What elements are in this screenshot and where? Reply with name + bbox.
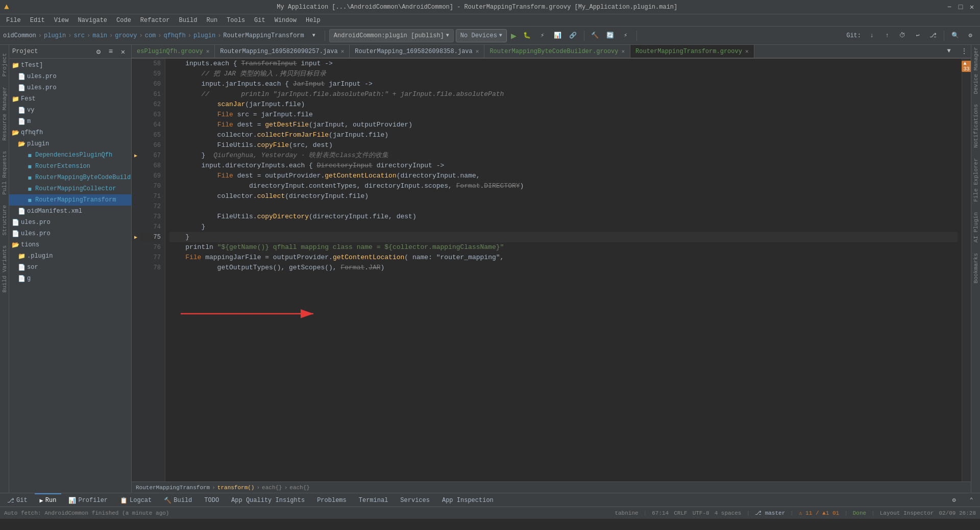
tree-item-tions[interactable]: 📂 tions [9,239,131,250]
menu-tools[interactable]: Tools [223,16,249,25]
breadcrumb-item[interactable]: plugin [44,32,66,39]
tree-item-m[interactable]: 📄 m [9,116,131,127]
breadcrumb-item[interactable]: plugin [193,32,215,39]
bottom-collapse-icon[interactable]: ⌃ [965,493,978,507]
git-history-button[interactable]: ⏱ [896,29,909,42]
status-indent[interactable]: 4 spaces [715,510,742,516]
tree-item-manifest[interactable]: 📄 oidManifest.xml [9,206,131,217]
tab-close-icon[interactable]: ✕ [206,48,210,55]
sync-button[interactable]: 🔄 [604,29,617,42]
tab-routermappingtransform[interactable]: RouterMappingTransform.groovy ✕ [630,45,754,58]
menu-navigate[interactable]: Navigate [74,16,111,25]
device-selector[interactable]: No Devices ▼ [456,29,507,42]
breadcrumb-item[interactable]: com [145,32,156,39]
right-sidebar-notifications[interactable]: Notifications [973,104,979,148]
bottom-tab-logcat[interactable]: 📋 Logcat [115,493,157,507]
vertical-tab-structure[interactable]: Structure [1,201,9,239]
tree-item-router-collector[interactable]: ◼ RouterMappingCollector [9,183,131,194]
status-position[interactable]: 67:14 [652,510,669,516]
breadcrumb-method[interactable]: transform() [217,485,255,491]
bottom-tab-quality[interactable]: App Quality Insights [226,493,310,507]
run-config-selector[interactable]: AndroidCommon:plugin [publish] ▼ [329,29,454,42]
bottom-settings-icon[interactable]: ⚙ [947,493,961,507]
breadcrumb-item[interactable]: groovy [115,32,137,39]
bottom-tab-problems[interactable]: Problems [312,493,352,507]
sidebar-close-icon[interactable]: ✕ [118,46,128,57]
breadcrumb-dropdown-icon[interactable]: ▼ [307,29,321,42]
tab-close-icon[interactable]: ✕ [621,48,625,55]
vertical-tab-pull-requests[interactable]: Pull Requests [1,147,9,199]
close-button[interactable]: ✕ [968,3,976,11]
tab-close-icon[interactable]: ✕ [341,48,345,55]
settings-button[interactable]: ⚙ [964,29,977,42]
status-charset[interactable]: UTF-8 [693,510,709,516]
maximize-button[interactable]: □ [957,3,965,11]
bottom-tab-services[interactable]: Services [395,493,435,507]
tree-item-plugin2[interactable]: 📁 .plugin [9,250,131,262]
debug-button[interactable]: 🐛 [521,29,534,42]
tree-item-router-transform[interactable]: ◼ RouterMappingTransform [9,194,131,206]
tree-item-plugin[interactable]: 📂 plugin [9,138,131,149]
menu-run[interactable]: Run [202,16,222,25]
tab-routermappingbytecode[interactable]: RouterMappingByteCodeBuilder.groovy ✕ [484,45,630,58]
status-crlf[interactable]: CRLF [674,510,687,516]
vertical-tab-resource[interactable]: Resource Manager [1,83,9,145]
menu-view[interactable]: View [50,16,73,25]
breadcrumb-item[interactable]: src [74,32,85,39]
status-layout-inspector[interactable]: Layout Inspector [880,510,934,516]
git-update-button[interactable]: ↓ [865,29,878,42]
tree-item-rules4[interactable]: 📄 ules.pro [9,228,131,239]
tree-item-rules3[interactable]: 📄 ules.pro [9,217,131,228]
power-save-button[interactable]: ⚡ [619,29,632,42]
search-button[interactable]: 🔍 [948,29,962,42]
bottom-tab-todo[interactable]: TODO [199,493,224,507]
tree-item-fest[interactable]: 📁 Fest [9,93,131,105]
tabs-dropdown-icon[interactable]: ▼ [942,45,955,58]
menu-refactor[interactable]: Refactor [136,16,174,25]
right-sidebar-device-manager[interactable]: Device Manager [973,47,979,94]
right-sidebar-file-explorer[interactable]: File Explorer [973,158,979,202]
git-push-button[interactable]: ↑ [880,29,894,42]
tab-close-icon[interactable]: ✕ [476,48,479,55]
profile-button[interactable]: 📊 [551,29,565,42]
tree-item-router-bytecode[interactable]: ◼ RouterMappingByteCodeBuilde [9,172,131,183]
tree-item-rules1[interactable]: 📄 ules.pro [9,71,131,82]
vertical-tab-build-variants[interactable]: Build Variants [1,241,9,296]
code-area[interactable]: inputs.each { TransformInput input -> //… [165,59,962,482]
tabs-more-icon[interactable]: ⋮ [958,45,971,58]
tab-espluginqfh[interactable]: esPluginQfh.groovy ✕ [132,45,215,58]
tree-item-qfhqfh[interactable]: 📂 qfhqfh [9,127,131,138]
tab-routermapping1[interactable]: RouterMapping_1695826090257.java ✕ [215,45,350,58]
tab-routermapping2[interactable]: RouterMapping_1695826098358.java ✕ [350,45,484,58]
tab-close-icon[interactable]: ✕ [745,48,749,55]
bottom-tab-terminal[interactable]: Terminal [354,493,394,507]
status-branch[interactable]: ⎇ master [755,510,785,516]
breadcrumb-active-file[interactable]: RouterMappingTransform [223,32,304,39]
tree-item-router-ext[interactable]: ◼ RouterExtension [9,161,131,172]
breadcrumb-file[interactable]: RouterMappingTransform [136,485,210,491]
attach-button[interactable]: 🔗 [567,29,580,42]
menu-code[interactable]: Code [112,16,135,25]
bottom-tab-app-inspection[interactable]: App Inspection [437,493,499,507]
tree-item-deps-plugin[interactable]: ◼ DependenciesPluginQfh [9,149,131,161]
menu-window[interactable]: Window [271,16,301,25]
bottom-tab-git[interactable]: ⎇ Git [2,493,33,507]
tree-item-ttest[interactable]: 📁 tTest] [9,60,131,71]
tree-item-g[interactable]: 📄 g [9,273,131,284]
tree-item-vy[interactable]: 📄 vy [9,105,131,116]
sidebar-gear-icon[interactable]: ⚙ [93,46,104,57]
breadcrumb-block2[interactable]: each{} [289,485,310,491]
menu-git[interactable]: Git [250,16,270,25]
coverage-button[interactable]: ⚡ [536,29,549,42]
vertical-tab-project[interactable]: Project [1,49,9,81]
menu-build[interactable]: Build [175,16,201,25]
right-sidebar-ai-plugin[interactable]: AI Plugin [973,212,979,242]
run-button[interactable]: ▶ [509,30,519,41]
bottom-tab-run[interactable]: ▶ Run [35,493,62,507]
build-button[interactable]: 🔨 [589,29,602,42]
bottom-tab-profiler[interactable]: 📊 Profiler [63,493,113,507]
breadcrumb-block1[interactable]: each{} [262,485,282,491]
right-sidebar-bookmarks[interactable]: Bookmarks [973,253,979,283]
sidebar-collapse-icon[interactable]: ≡ [106,46,116,57]
editor[interactable]: ▶ ▶ 58 59 60 61 62 63 64 [132,59,971,482]
